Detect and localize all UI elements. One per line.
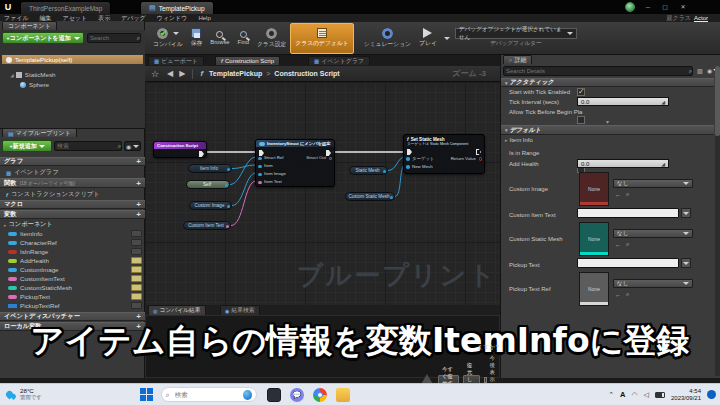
pin-return-value[interactable] [479, 157, 483, 161]
pickup-text-ref-thumbnail[interactable]: None [579, 272, 609, 306]
node-set-static-mesh[interactable]: f Set Static Mesh ターゲットは Static Mesh Com… [403, 134, 485, 174]
variable-row[interactable]: AddHealth [0, 257, 145, 264]
tab-viewport[interactable]: ▦ ビューポート [148, 56, 204, 65]
nav-forward-icon[interactable]: ▶ [179, 69, 185, 78]
section-functions[interactable]: 関数 (18 オーバーライド可能) + [0, 178, 145, 188]
taskbar-overflow-icon[interactable]: ⌃ [608, 391, 614, 399]
pin-new-mesh[interactable] [406, 165, 410, 169]
variable-row[interactable]: CustomItemText [0, 275, 145, 282]
scrollbar-thumb[interactable] [715, 66, 720, 136]
ime-indicator[interactable]: A [620, 390, 625, 399]
eye-closed-icon[interactable] [131, 248, 142, 255]
add-local-variable-button[interactable]: + [136, 322, 141, 331]
globe-status-icon[interactable] [625, 2, 635, 12]
variable-row[interactable]: PickupTextRef [0, 302, 145, 309]
pin-item-image[interactable] [258, 173, 262, 177]
asset-tab-map[interactable]: ThirdPersonExampleMap [20, 1, 111, 14]
section-expander-icon[interactable]: ▾ [505, 127, 508, 133]
eye-open-icon[interactable] [131, 266, 142, 273]
item-info-row[interactable]: ▸ Item Info [505, 137, 533, 143]
favorite-star-icon[interactable]: ☆ [151, 69, 159, 79]
tab-compile-results[interactable]: ◍ コンパイル結果 [148, 305, 206, 315]
text-dropdown-button[interactable] [681, 258, 691, 268]
tree-item-staticmesh[interactable]: ◢ StaticMesh [10, 71, 55, 78]
add-macro-button[interactable]: + [136, 200, 141, 209]
eye-open-icon[interactable] [131, 257, 142, 264]
variable-group-components[interactable]: ▸ コンポーネント [4, 220, 53, 229]
group-expander-icon[interactable]: ▸ [4, 222, 7, 228]
eye-closed-icon[interactable] [131, 230, 142, 237]
simulation-button[interactable]: シミュレーション [360, 23, 415, 54]
getter-item-info[interactable]: Item Info [188, 164, 232, 173]
section-graphs[interactable]: グラフ+ [0, 157, 145, 166]
speaker-icon[interactable]: ◁ [644, 391, 649, 399]
clock-widget[interactable]: 4:54 2023/09/21 [671, 388, 701, 402]
use-selected-icon[interactable]: ← [615, 192, 621, 198]
asset-tab-blueprint[interactable]: ▤ TemplatePickup [140, 1, 214, 14]
browse-to-asset-icon[interactable]: ⌕ [626, 291, 629, 298]
class-defaults-button[interactable]: クラスのデフォルト [290, 23, 353, 54]
add-component-button[interactable]: +コンポーネントを追加 [2, 32, 84, 44]
browse-to-asset-icon[interactable]: ⌕ [626, 241, 629, 248]
add-graph-button[interactable]: + [136, 157, 141, 166]
pin-struct-out[interactable] [329, 157, 333, 161]
variable-row[interactable]: CharacterRef [0, 239, 145, 246]
getter-custom-image[interactable]: Custom Image [189, 201, 232, 210]
taskbar-search-input[interactable] [173, 390, 243, 399]
browse-button[interactable]: Browse [206, 23, 233, 54]
dont-show-checkbox[interactable] [484, 377, 487, 383]
play-button[interactable]: プレイ [415, 23, 441, 54]
custom-image-dropdown[interactable]: なし [613, 179, 693, 188]
exec-out-pin[interactable] [326, 150, 331, 156]
custom-static-mesh-dropdown[interactable]: なし [613, 229, 693, 238]
text-dropdown-button[interactable] [681, 208, 691, 218]
play-options-dropdown-icon[interactable] [444, 37, 450, 40]
components-search[interactable]: ⌕ [87, 33, 141, 43]
custom-item-text-input[interactable] [577, 208, 679, 218]
debug-object-dropdown[interactable]: デバッグオブジェクトが選択されていません [455, 28, 577, 39]
taskbar-search[interactable]: ⌕ [161, 387, 257, 402]
pin-item-text[interactable] [258, 181, 262, 185]
section-macros[interactable]: マクロ+ [0, 200, 145, 209]
custom-image-thumbnail[interactable]: None [579, 172, 609, 206]
getter-static-mesh[interactable]: Static Mesh [349, 166, 388, 175]
item-event-graph[interactable]: ▦ イベントグラフ [6, 168, 59, 177]
eye-open-icon[interactable] [131, 284, 142, 291]
compile-dropdown-icon[interactable] [173, 32, 179, 35]
compile-button[interactable]: コンパイル [149, 23, 187, 54]
node-set-members-in-struct[interactable]: InventoryStruct にメンバを設定 Struct Ref Struc… [255, 139, 335, 187]
variable-row[interactable]: CustomStaticMesh [0, 284, 145, 291]
output-pin[interactable] [226, 225, 230, 229]
details-search[interactable]: ⌕ [503, 66, 693, 76]
section-local-variables[interactable]: ローカル変数+ [0, 322, 145, 331]
details-search-input[interactable] [504, 68, 689, 74]
spinner-icon[interactable]: ◢ [661, 161, 665, 167]
tree-item-self[interactable]: TemplatePickup(self) [2, 55, 143, 64]
tab-my-blueprint[interactable]: ▤ マイブループリント [2, 128, 77, 137]
spinner-icon[interactable]: ◢ [661, 99, 665, 105]
weather-widget[interactable]: 28°C 雷雨です [0, 388, 42, 401]
node-construction-script[interactable]: Construction Script [153, 141, 207, 158]
chat-icon[interactable]: 💬 [290, 388, 304, 402]
section-default[interactable]: ▾ デフォルト [501, 125, 714, 135]
pin-struct-ref[interactable] [258, 157, 262, 161]
save-button[interactable]: 保存 [187, 23, 207, 54]
start-tick-checkbox[interactable] [577, 88, 585, 96]
find-button[interactable]: Find [234, 23, 253, 54]
add-variable-button[interactable]: + [136, 210, 141, 219]
tree-expander-icon[interactable]: ◢ [10, 72, 14, 78]
section-more-expander[interactable]: ▾ [501, 118, 714, 124]
use-selected-icon[interactable]: ← [615, 242, 621, 248]
column-settings-icon[interactable]: ▥ [697, 67, 703, 74]
notification-badge[interactable] [707, 390, 716, 399]
parent-class-link[interactable]: Actor [694, 15, 708, 21]
output-pin[interactable] [225, 184, 229, 188]
blueprint-graph-canvas[interactable]: Construction Script InventoryStruct にメンバ… [145, 82, 500, 305]
output-pin[interactable] [227, 205, 231, 209]
tab-find-results[interactable]: ◉ 結果検索 [220, 305, 260, 315]
breadcrumb-root[interactable]: TemplatePickup [209, 70, 262, 77]
eye-closed-icon[interactable] [131, 239, 142, 246]
tab-components[interactable]: コンポーネント [2, 21, 57, 30]
wifi-icon[interactable]: ◠ [631, 391, 637, 399]
tick-interval-input[interactable]: 0.0◢ [577, 97, 669, 106]
